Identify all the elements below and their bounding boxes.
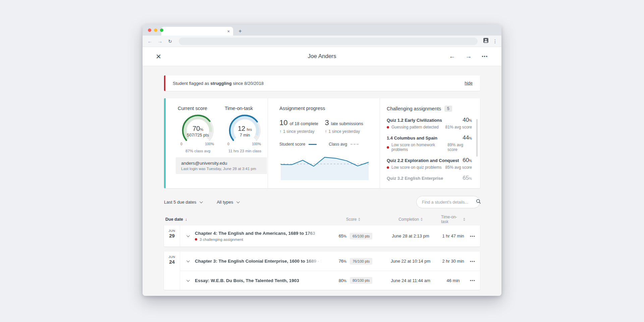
profile-icon[interactable] bbox=[483, 38, 489, 45]
current-score-gauge: Current score 70% 507/ bbox=[178, 106, 219, 153]
assignment-title[interactable]: Chapter 4: The English and the Americans… bbox=[195, 231, 323, 236]
flag-dot-icon bbox=[387, 146, 389, 149]
challenging-item[interactable]: 1.4 Columbus and Spain 44% Low score on … bbox=[387, 135, 472, 152]
class-time-caption: 11 hrs 23 min class bbox=[225, 149, 265, 153]
assignments-table-header: Due date ↓ Score Completion Time-on-task bbox=[164, 215, 480, 223]
filter-bar: Last 5 due dates All types bbox=[164, 196, 480, 208]
browser-tab[interactable]: × bbox=[161, 27, 233, 36]
forward-icon[interactable]: → bbox=[157, 38, 163, 44]
assignment-row[interactable]: Essay: W.E.B. Du Bois, The Talented Tent… bbox=[180, 271, 480, 290]
score-time-section: Current score 70% 507/ bbox=[166, 98, 268, 188]
assignment-progress-section: Assignment progress 10 of 18 complete ↑ … bbox=[268, 98, 380, 188]
assignment-row[interactable]: Chapter 3: The English Colonial Enterpri… bbox=[180, 252, 480, 271]
assignment-progress-title: Assignment progress bbox=[279, 106, 370, 111]
due-date-cell: JUN 29 bbox=[164, 225, 180, 247]
score-cell: 76% bbox=[326, 259, 346, 264]
score-trend-chart bbox=[279, 149, 370, 180]
score-header[interactable]: Score bbox=[326, 217, 380, 222]
next-student-icon[interactable]: → bbox=[465, 53, 472, 60]
assignment-row[interactable]: Chapter 4: The English and the Americans… bbox=[180, 225, 480, 247]
student-contact-box: anders@university.edu Last login was Tue… bbox=[176, 157, 267, 174]
challenging-item[interactable]: Quiz 1.2 Early Civilizations 40% Guessin… bbox=[387, 117, 472, 129]
expand-chevron-icon[interactable] bbox=[186, 278, 190, 282]
row-menu-icon[interactable]: ••• bbox=[465, 278, 480, 282]
sort-icon bbox=[421, 218, 423, 221]
browser-menu-icon[interactable]: ⋮ bbox=[493, 39, 497, 44]
flag-dot-icon bbox=[387, 166, 389, 169]
row-menu-icon[interactable]: ••• bbox=[465, 259, 480, 263]
row-menu-icon[interactable]: ••• bbox=[465, 234, 480, 238]
assignment-title[interactable]: Essay: W.E.B. Du Bois, The Talented Tent… bbox=[195, 278, 323, 283]
scrollbar-thumb[interactable] bbox=[476, 119, 478, 157]
time-minutes: 7 min bbox=[240, 133, 250, 138]
complete-stat: 10 of 18 complete ↑ 1 since yesterday bbox=[279, 118, 325, 134]
challenging-note: 3 challenging assignment bbox=[195, 237, 323, 241]
url-bar[interactable] bbox=[179, 38, 478, 45]
challenging-assignments-section: Challenging assignments 5 Quiz 1.2 Early… bbox=[380, 98, 480, 188]
more-options-icon[interactable]: ••• bbox=[482, 54, 488, 59]
flag-dot-icon bbox=[387, 126, 389, 128]
app-content: Student flagged as struggling since 8/20… bbox=[143, 66, 501, 290]
score-value: 70 bbox=[193, 125, 200, 132]
score-cell: 80% bbox=[326, 278, 346, 283]
time-cell: 46 min bbox=[441, 278, 465, 283]
flag-alert: Student flagged as struggling since 8/20… bbox=[164, 75, 480, 91]
challenging-title: Challenging assignments bbox=[387, 106, 441, 111]
new-tab-button[interactable]: + bbox=[236, 27, 245, 36]
sort-icon bbox=[463, 218, 465, 221]
reload-icon[interactable]: ↻ bbox=[167, 39, 173, 44]
browser-toolbar: ← → ↻ ⋮ bbox=[143, 36, 501, 47]
chevron-down-icon bbox=[200, 200, 203, 203]
traffic-lights bbox=[148, 29, 163, 32]
class-avg-caption: 87% class avg bbox=[178, 149, 218, 153]
back-icon[interactable]: ← bbox=[147, 38, 153, 44]
points-badge: 76/100 pts bbox=[350, 258, 372, 265]
time-on-task-title: Time-on-task bbox=[225, 106, 266, 111]
prev-student-icon[interactable]: ← bbox=[449, 53, 455, 60]
due-dates-filter[interactable]: Last 5 due dates bbox=[164, 200, 202, 205]
time-header[interactable]: Time-on-task bbox=[441, 215, 465, 224]
challenging-count-badge: 5 bbox=[444, 106, 452, 112]
challenging-item[interactable]: Quiz 2.2 Exploration and Conquest 60% Lo… bbox=[387, 157, 472, 170]
close-window-icon[interactable] bbox=[148, 29, 151, 32]
assignment-title[interactable]: Chapter 3: The English Colonial Enterpri… bbox=[195, 259, 323, 264]
search-input[interactable] bbox=[422, 200, 476, 205]
sort-icon bbox=[358, 218, 360, 221]
expand-chevron-icon[interactable] bbox=[186, 259, 190, 262]
score-points: 507/725 pts bbox=[187, 133, 209, 138]
browser-tabstrip: × + bbox=[143, 24, 501, 36]
browser-window: × + ← → ↻ ⋮ × Joe Anders ← → ••• Stu bbox=[143, 24, 501, 296]
legend-class-avg: Class avg bbox=[329, 142, 347, 147]
solid-line-swatch-icon bbox=[309, 144, 317, 145]
due-date-cell: JUN 24 bbox=[164, 252, 180, 290]
completion-cell: June 28 at 2:13 pm bbox=[380, 233, 441, 238]
student-email: anders@university.edu bbox=[181, 161, 262, 166]
search-icon[interactable] bbox=[476, 199, 481, 205]
student-search[interactable] bbox=[416, 196, 480, 208]
tab-close-icon[interactable]: × bbox=[227, 29, 230, 34]
app-header: × Joe Anders ← → ••• bbox=[143, 47, 501, 66]
alert-text: Student flagged as struggling since 8/20… bbox=[173, 81, 264, 86]
due-date-header[interactable]: Due date ↓ bbox=[164, 217, 326, 222]
time-cell: 1 hr 47 min bbox=[441, 233, 465, 238]
due-date-group: JUN 24 Chapter 3: The English Colonial E… bbox=[164, 252, 480, 290]
minimize-window-icon[interactable] bbox=[154, 29, 157, 32]
challenging-item[interactable]: Quiz 3.2 English Enterprise 65% bbox=[387, 175, 472, 181]
hide-alert-link[interactable]: hide bbox=[465, 81, 473, 86]
completion-header[interactable]: Completion bbox=[380, 217, 441, 222]
types-filter[interactable]: All types bbox=[217, 200, 239, 205]
late-stat: 3 late submissions ↑ 1 since yesterday bbox=[325, 118, 371, 134]
time-value: 12 bbox=[238, 125, 245, 132]
chart-legend: Student score Class avg bbox=[279, 142, 370, 147]
up-arrow-icon: ↑ bbox=[325, 129, 327, 134]
completion-cell: June 24 at 11:44 am bbox=[380, 278, 441, 283]
due-date-group: JUN 29 Chapter 4: The English and the Am… bbox=[164, 225, 480, 247]
legend-student-score: Student score bbox=[279, 142, 305, 147]
dashed-line-swatch-icon bbox=[351, 144, 359, 145]
points-badge: 80/100 pts bbox=[350, 277, 372, 284]
time-cell: 2 hr 30 min bbox=[441, 259, 465, 264]
last-login: Last login was Tuesday, June 28 at 3:41 … bbox=[181, 167, 262, 171]
expand-chevron-icon[interactable] bbox=[186, 234, 190, 237]
maximize-window-icon[interactable] bbox=[160, 29, 163, 32]
current-score-title: Current score bbox=[178, 106, 219, 111]
